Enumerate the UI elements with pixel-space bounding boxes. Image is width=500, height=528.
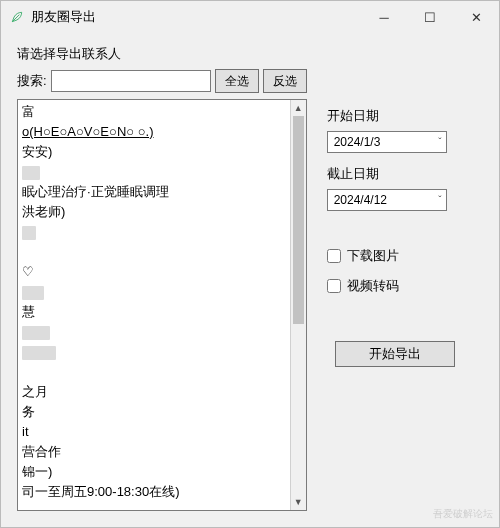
end-date-combo[interactable]: 2024/4/12 ˇ: [327, 189, 447, 211]
list-item[interactable]: 营合作: [22, 442, 286, 462]
download-image-label: 下载图片: [347, 247, 399, 265]
download-image-checkbox[interactable]: [327, 249, 341, 263]
select-all-button[interactable]: 全选: [215, 69, 259, 93]
titlebar: 朋友圈导出 ─ ☐ ✕: [1, 1, 499, 33]
feather-icon: [9, 9, 25, 25]
watermark-text: 吾爱破解论坛: [433, 507, 493, 521]
list-item[interactable]: [22, 282, 286, 302]
list-item[interactable]: it: [22, 422, 286, 442]
start-date-value: 2024/1/3: [334, 135, 381, 149]
invert-select-button[interactable]: 反选: [263, 69, 307, 93]
content-area: 请选择导出联系人 搜索: 全选 反选 富o(H○E○A○V○E○N○ ○.)安安…: [1, 33, 499, 527]
list-item[interactable]: 锦一): [22, 462, 286, 482]
list-item[interactable]: 洪老师): [22, 202, 286, 222]
contacts-listbox[interactable]: 富o(H○E○A○V○E○N○ ○.)安安)眠心理治疗·正觉睡眠调理洪老师)♡慧…: [18, 100, 290, 510]
list-item[interactable]: 富: [22, 102, 286, 122]
list-item[interactable]: [22, 162, 286, 182]
download-image-row[interactable]: 下载图片: [327, 247, 483, 265]
contacts-scrollbar[interactable]: ▲ ▼: [290, 100, 306, 510]
end-date-value: 2024/4/12: [334, 193, 387, 207]
maximize-button[interactable]: ☐: [407, 1, 453, 33]
scroll-thumb[interactable]: [293, 116, 304, 324]
list-item[interactable]: ♡: [22, 262, 286, 282]
end-date-label: 截止日期: [327, 165, 483, 183]
list-item[interactable]: [22, 342, 286, 362]
search-input[interactable]: [51, 70, 211, 92]
export-button[interactable]: 开始导出: [335, 341, 455, 367]
start-date-combo[interactable]: 2024/1/3 ˇ: [327, 131, 447, 153]
start-date-label: 开始日期: [327, 107, 483, 125]
close-button[interactable]: ✕: [453, 1, 499, 33]
list-item[interactable]: 慧: [22, 302, 286, 322]
list-item[interactable]: [22, 222, 286, 242]
chevron-down-icon: ˇ: [438, 137, 441, 148]
window-title: 朋友圈导出: [31, 8, 96, 26]
scroll-up-button[interactable]: ▲: [291, 100, 306, 116]
scroll-down-button[interactable]: ▼: [291, 494, 306, 510]
list-item[interactable]: 眠心理治疗·正觉睡眠调理: [22, 182, 286, 202]
scroll-track[interactable]: [291, 116, 306, 494]
minimize-button[interactable]: ─: [361, 1, 407, 33]
list-item[interactable]: [22, 322, 286, 342]
list-item[interactable]: 司一至周五9:00-18:30在线): [22, 482, 286, 502]
contacts-group-label: 请选择导出联系人: [17, 45, 307, 63]
video-transcode-label: 视频转码: [347, 277, 399, 295]
search-label: 搜索:: [17, 72, 47, 90]
list-item[interactable]: 安安): [22, 142, 286, 162]
list-item[interactable]: [22, 362, 286, 382]
contacts-panel: 请选择导出联系人 搜索: 全选 反选 富o(H○E○A○V○E○N○ ○.)安安…: [17, 45, 307, 511]
options-panel: 开始日期 2024/1/3 ˇ 截止日期 2024/4/12 ˇ 下载图片 视频…: [327, 45, 483, 511]
search-row: 搜索: 全选 反选: [17, 69, 307, 93]
list-item[interactable]: 之月: [22, 382, 286, 402]
chevron-down-icon: ˇ: [438, 195, 441, 206]
app-window: 朋友圈导出 ─ ☐ ✕ 请选择导出联系人 搜索: 全选 反选 富o(H○E○A○…: [0, 0, 500, 528]
list-item[interactable]: 务: [22, 402, 286, 422]
video-transcode-checkbox[interactable]: [327, 279, 341, 293]
contacts-list-wrap: 富o(H○E○A○V○E○N○ ○.)安安)眠心理治疗·正觉睡眠调理洪老师)♡慧…: [17, 99, 307, 511]
video-transcode-row[interactable]: 视频转码: [327, 277, 483, 295]
list-item[interactable]: o(H○E○A○V○E○N○ ○.): [22, 122, 286, 142]
list-item[interactable]: [22, 242, 286, 262]
